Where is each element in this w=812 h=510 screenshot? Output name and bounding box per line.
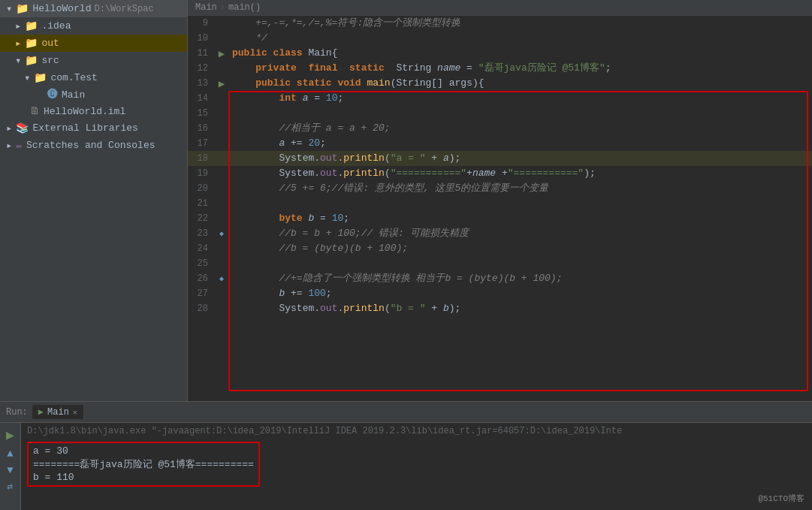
run-cmd-line: D:\jdk1.8\bin\java.exe "-javaagent:D:\id… xyxy=(27,426,806,436)
line-gutter xyxy=(214,91,229,106)
output-line-1: a = 30 xyxy=(33,445,254,457)
breadcrumb-main: Main xyxy=(195,2,217,13)
sidebar-item-src[interactable]: ▾ 📁 src xyxy=(0,52,187,69)
run-scroll-up-button[interactable]: ▲ xyxy=(7,448,13,460)
editor-content[interactable]: 9 +=,-=,*=,/=,%=符号:隐含一个强制类型转换 10 */ 11 ▶… xyxy=(188,16,812,401)
sidebar-item-helloworld-iml[interactable]: 🗎 HelloWorld.iml xyxy=(0,103,187,119)
sidebar-item-helloworld[interactable]: ▾ 📁 HelloWorld D:\WorkSpac xyxy=(0,0,187,17)
code-line-28: 28 System.out.println("b = " + b); xyxy=(188,301,812,316)
line-gutter xyxy=(214,196,229,211)
line-number: 16 xyxy=(188,121,214,136)
sidebar-item-com-test[interactable]: ▾ 📁 com.Test xyxy=(0,69,187,86)
output-line-3: b = 110 xyxy=(33,472,254,483)
run-output-box-container: a = 30 ========磊哥java历险记 @51博客==========… xyxy=(27,439,806,487)
line-content: private final static String name = "磊哥ja… xyxy=(229,61,812,76)
line-gutter xyxy=(214,241,229,256)
line-number: 17 xyxy=(188,136,214,151)
code-line-17: 17 a += 20; xyxy=(188,136,812,151)
line-number: 14 xyxy=(188,91,214,106)
run-sidebar: ▶ ▲ ▼ ⇄ xyxy=(0,423,21,510)
folder-icon: 📁 xyxy=(25,20,38,32)
line-gutter xyxy=(214,136,229,151)
code-line-15: 15 xyxy=(188,106,812,121)
code-line-16: 16 //相当于 a = a + 20; xyxy=(188,121,812,136)
sidebar-item-label: Main xyxy=(62,89,85,101)
breadcrumb-separator: › xyxy=(220,2,225,13)
chevron-right-icon: ▸ xyxy=(15,37,21,50)
sidebar-item-scratches[interactable]: ▸ ✏ Scratches and Consoles xyxy=(0,137,187,154)
sidebar: ▾ 📁 HelloWorld D:\WorkSpac ▸ 📁 .idea ▸ 📁… xyxy=(0,0,188,401)
chevron-right-icon: ▸ xyxy=(6,139,12,152)
chevron-right-icon: ▸ xyxy=(6,122,12,134)
code-line-18: 18 System.out.println("a = " + a); xyxy=(188,151,812,166)
sidebar-item-label: HelloWorld xyxy=(32,3,91,14)
run-scroll-down-button[interactable]: ▼ xyxy=(7,464,13,476)
line-gutter: ◆ xyxy=(214,271,229,286)
line-content: a += 20; xyxy=(229,136,812,151)
code-line-20: 20 //5 += 6;//错误: 意外的类型, 这里5的位置需要一个变量 xyxy=(188,181,812,196)
chevron-down-icon: ▾ xyxy=(15,54,21,67)
breadcrumb: Main › main() xyxy=(188,0,812,16)
sidebar-item-suffix: D:\WorkSpac xyxy=(94,4,153,14)
code-line-11: 11 ▶ public class Main{ xyxy=(188,46,812,61)
line-number: 13 xyxy=(188,76,214,91)
folder-icon: 📁 xyxy=(16,2,29,15)
line-content: //相当于 a = a + 20; xyxy=(229,121,812,136)
code-line-23: 23 ◆ //b = b + 100;// 错误: 可能损失精度 xyxy=(188,226,812,241)
run-gutter[interactable]: ▶ xyxy=(214,76,229,91)
line-content: */ xyxy=(229,31,812,46)
line-gutter xyxy=(214,31,229,46)
sidebar-item-idea[interactable]: ▸ 📁 .idea xyxy=(0,17,187,35)
sidebar-item-label: com.Test xyxy=(50,72,97,83)
line-content xyxy=(229,256,812,271)
sidebar-item-out[interactable]: ▸ 📁 out xyxy=(0,35,187,52)
sidebar-item-label: src xyxy=(41,55,59,66)
line-gutter xyxy=(214,61,229,76)
line-content xyxy=(229,106,812,121)
line-content: //5 += 6;//错误: 意外的类型, 这里5的位置需要一个变量 xyxy=(229,181,812,196)
run-rerun-button[interactable]: ⇄ xyxy=(8,481,14,493)
run-panel: Run: ▶ Main ✕ ▶ ▲ ▼ ⇄ D:\jdk1.8\bin\java… xyxy=(0,401,812,510)
folder-icon: 📁 xyxy=(34,71,47,84)
run-tab-icon: ▶ xyxy=(38,406,44,418)
code-line-25: 25 xyxy=(188,256,812,271)
folder-icon: 📁 xyxy=(25,37,38,50)
line-gutter xyxy=(214,211,229,226)
run-tab[interactable]: ▶ Main ✕ xyxy=(32,405,83,419)
run-play-button[interactable]: ▶ xyxy=(6,427,14,443)
line-number: 28 xyxy=(188,301,214,316)
code-line-27: 27 b += 100; xyxy=(188,286,812,301)
run-tab-close[interactable]: ✕ xyxy=(73,408,77,417)
sidebar-item-label: .idea xyxy=(41,20,71,32)
line-content: System.out.println("a = " + a); xyxy=(229,151,812,166)
line-content: b += 100; xyxy=(229,286,812,301)
line-gutter xyxy=(214,181,229,196)
line-content: //b = (byte)(b + 100); xyxy=(229,241,812,256)
chevron-down-icon: ▾ xyxy=(6,2,12,15)
output-line-2: ========磊哥java历险记 @51博客========== xyxy=(33,457,254,471)
sidebar-item-label: External Libraries xyxy=(32,122,137,134)
code-line-10: 10 */ xyxy=(188,31,812,46)
line-gutter xyxy=(214,151,229,166)
sidebar-item-external-libraries[interactable]: ▸ 📚 External Libraries xyxy=(0,119,187,137)
code-line-13: 13 ▶ public static void main(String[] ar… xyxy=(188,76,812,91)
line-number: 22 xyxy=(188,211,214,226)
java-file-icon: 🅒 xyxy=(47,89,58,101)
run-gutter[interactable]: ▶ xyxy=(214,46,229,61)
line-number: 11 xyxy=(188,46,214,61)
chevron-right-icon: ▸ xyxy=(15,20,21,32)
line-content: public class Main{ xyxy=(229,46,812,61)
run-panel-header: Run: ▶ Main ✕ xyxy=(0,402,812,423)
sidebar-item-main[interactable]: 🅒 Main xyxy=(0,86,187,103)
run-label: Run: xyxy=(6,407,28,418)
line-gutter xyxy=(214,286,229,301)
scratches-icon: ✏ xyxy=(16,139,22,152)
line-content: System.out.println("==========="+name +"… xyxy=(229,166,812,181)
line-number: 10 xyxy=(188,31,214,46)
breadcrumb-method: main() xyxy=(228,2,261,13)
code-lines: 9 +=,-=,*=,/=,%=符号:隐含一个强制类型转换 10 */ 11 ▶… xyxy=(188,16,812,316)
line-number: 25 xyxy=(188,256,214,271)
line-number: 21 xyxy=(188,196,214,211)
iml-icon: 🗎 xyxy=(29,105,40,117)
run-tab-label: Main xyxy=(47,407,69,418)
